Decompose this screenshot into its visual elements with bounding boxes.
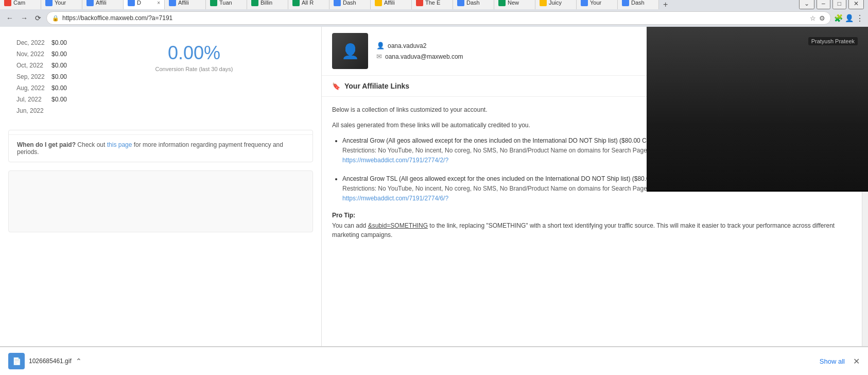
tab-favicon	[334, 0, 341, 6]
minimize-btn[interactable]: –	[817, 0, 830, 9]
back-btn[interactable]: ←	[4, 13, 15, 23]
url-text: https://backoffice.maxweb.com/?a=7191	[62, 14, 807, 22]
browser-tab-cam[interactable]: Cam	[0, 0, 41, 9]
payment-info-text: Check out	[77, 141, 107, 148]
browser-tab-dash2[interactable]: Dash	[453, 0, 494, 9]
earning-amount: $0.00	[51, 73, 67, 80]
download-filename: 1026685461.gif	[29, 357, 72, 363]
this-page-link[interactable]: this page	[107, 141, 132, 148]
browser-tab-d[interactable]: D×	[124, 0, 165, 9]
earning-row: Sep, 2022$0.00	[8, 71, 75, 82]
webcam-video: Pratyush Prateek	[647, 27, 868, 191]
browser-tab-dash3[interactable]: Dash	[618, 0, 659, 9]
earning-amount: $0.00	[51, 39, 67, 46]
avatar: 👤	[332, 33, 368, 69]
pro-tip: Pro Tip: You can add &subid=SOMETHING to…	[332, 212, 852, 240]
reload-btn[interactable]: ⟳	[33, 13, 43, 23]
user-icon: 👤	[376, 42, 385, 49]
browser-tab-your2[interactable]: Your	[577, 0, 618, 9]
earning-row: Dec, 2022$0.00	[8, 37, 75, 48]
forward-btn[interactable]: →	[19, 13, 30, 23]
browser-tab-affili2[interactable]: Affili	[165, 0, 206, 9]
affiliate-url[interactable]: https://mwebaddict.com/7191/2774/6/?	[342, 195, 448, 202]
conversion-rate-label: Conversion Rate (last 30 days)	[75, 66, 313, 72]
tab-favicon	[622, 0, 629, 6]
download-file-icon: 📄	[8, 353, 25, 363]
maximize-btn[interactable]: □	[832, 0, 846, 9]
pro-tip-subid: &subid=SOMETHING	[368, 222, 428, 229]
tab-favicon	[375, 0, 382, 6]
link-restrictions: Restrictions: No YouTube, No incent, No …	[342, 147, 647, 154]
expand-tabs-btn[interactable]: ⌄	[799, 0, 814, 9]
conversion-rate-value: 0.00%	[75, 42, 313, 64]
earning-amount: $0.00	[51, 62, 67, 69]
download-expand-icon[interactable]: ⌃	[76, 357, 82, 363]
download-bar-right: Show all ✕	[820, 356, 860, 363]
username-text: oana.vaduva2	[388, 42, 426, 49]
tab-label: Cam	[13, 0, 37, 6]
earning-month: Aug, 2022	[16, 84, 45, 92]
browser-tab-affili1[interactable]: Affili	[82, 0, 124, 9]
tab-label: New	[508, 0, 531, 6]
tab-favicon	[128, 0, 135, 6]
right-panel-container: 👤 👤 oana.vaduva2 ✉ oana.vaduva@maxweb.co…	[322, 27, 868, 363]
tab-favicon	[292, 0, 300, 6]
lock-icon: 🔒	[52, 15, 59, 22]
earning-row: Jun, 2022	[8, 105, 75, 116]
left-bottom-card	[8, 171, 313, 232]
tab-label: Affili	[384, 0, 407, 6]
username-row: 👤 oana.vaduva2	[376, 42, 463, 49]
address-bar[interactable]: 🔒 https://backoffice.maxweb.com/?a=7191 …	[46, 11, 831, 25]
browser-tab-juicy[interactable]: Juicy	[535, 0, 577, 9]
page-body: Dec, 2022$0.00Nov, 2022$0.00Oct, 2022$0.…	[0, 27, 868, 363]
earning-row: Aug, 2022$0.00	[8, 82, 75, 94]
avatar-image: 👤	[332, 33, 368, 69]
tab-bar-controls: ⌄ – □ ✕	[799, 0, 868, 9]
pro-tip-text-before: You can add	[332, 222, 368, 229]
earning-month: Jul, 2022	[16, 96, 42, 103]
browser-tab-tuan[interactable]: Tuan	[206, 0, 247, 9]
menu-icon[interactable]: ⋮	[856, 13, 864, 23]
tab-favicon	[416, 0, 423, 6]
earning-month: Sep, 2022	[16, 73, 45, 80]
email-icon: ✉	[376, 53, 382, 60]
browser-tab-allre[interactable]: All R	[288, 0, 329, 9]
browser-tab-dash1[interactable]: Dash	[329, 0, 371, 9]
earnings-list: Dec, 2022$0.00Nov, 2022$0.00Oct, 2022$0.…	[8, 32, 75, 122]
user-info: 👤 oana.vaduva2 ✉ oana.vaduva@maxweb.com	[376, 42, 463, 60]
affiliate-url[interactable]: https://mwebaddict.com/7191/2774/2/?	[342, 157, 448, 164]
download-bar-close-btn[interactable]: ✕	[853, 356, 860, 363]
browser-tab-your[interactable]: Your	[41, 0, 82, 9]
tab-favicon	[210, 0, 217, 6]
payment-info: When do I get paid? Check out this page …	[9, 134, 313, 162]
browser-tab-thee[interactable]: The E	[412, 0, 453, 9]
tab-label: Your	[590, 0, 613, 6]
webcam-label: Pratyush Prateek	[808, 37, 858, 45]
new-tab-btn[interactable]: +	[659, 0, 672, 9]
browser-tab-billin[interactable]: Billin	[247, 0, 288, 9]
email-text: oana.vaduva@maxweb.com	[385, 53, 463, 60]
conversion-rate-box: 0.00% Conversion Rate (last 30 days)	[75, 32, 313, 122]
profile-icon[interactable]: ⚙	[819, 14, 825, 22]
earning-row: Nov, 2022$0.00	[8, 48, 75, 60]
show-all-button[interactable]: Show all	[820, 357, 845, 363]
left-panel: Dec, 2022$0.00Nov, 2022$0.00Oct, 2022$0.…	[0, 27, 322, 363]
browser-tab-new[interactable]: New	[494, 0, 535, 9]
tab-close-btn[interactable]: ×	[157, 0, 160, 6]
tab-label: Billin	[261, 0, 284, 6]
close-window-btn[interactable]: ✕	[848, 0, 864, 9]
tab-favicon	[4, 0, 11, 6]
tab-label: Affili	[178, 0, 201, 6]
extensions-icon[interactable]: 🧩	[834, 14, 843, 22]
earning-month: Jun, 2022	[16, 107, 44, 114]
email-row: ✉ oana.vaduva@maxweb.com	[376, 53, 463, 60]
address-bar-icons: ☆ ⚙	[810, 14, 825, 22]
profile-avatar[interactable]: 👤	[845, 14, 854, 22]
tab-label: Your	[55, 0, 78, 6]
link-title: Ancestral Grow (All geos allowed except …	[342, 137, 656, 144]
earning-amount: $0.00	[51, 84, 67, 92]
bookmark-icon[interactable]: ☆	[810, 14, 816, 22]
tab-favicon	[498, 0, 506, 6]
download-item: 📄 1026685461.gif ⌃	[8, 353, 82, 363]
browser-tab-affili3[interactable]: Affili	[371, 0, 412, 9]
